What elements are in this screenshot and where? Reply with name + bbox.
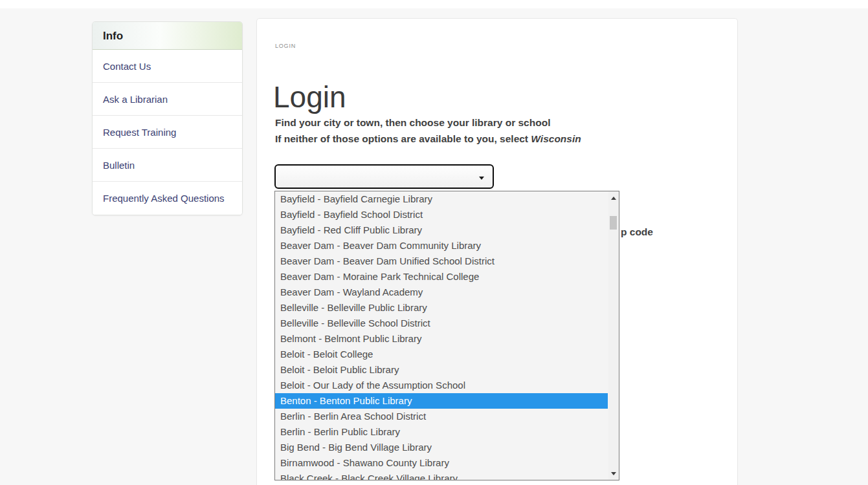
sidebar-items: Contact UsAsk a LibrarianRequest Trainin… [93,50,242,215]
dropdown-option-belleville-belleville-school-district[interactable]: Belleville - Belleville School District [275,316,608,331]
dropdown-option-beaver-dam-beaver-dam-community-library[interactable]: Beaver Dam - Beaver Dam Community Librar… [275,238,608,253]
dropdown-option-beloit-beloit-public-library[interactable]: Beloit - Beloit Public Library [275,362,608,378]
dropdown-option-berlin-berlin-area-school-district[interactable]: Berlin - Berlin Area School District [275,409,608,424]
page-title: Login [273,82,346,112]
dropdown-option-beloit-our-lady-of-the-assumption-school[interactable]: Beloit - Our Lady of the Assumption Scho… [275,378,608,393]
instruction-line-2: If neither of those options are availabl… [275,131,581,147]
zip-code-label-fragment: p code [621,226,653,238]
dropdown-options: Bayfield - Bayfield Carnegie LibraryBayf… [275,191,608,480]
scrollbar-thumb[interactable] [610,216,617,230]
page: Info Contact UsAsk a LibrarianRequest Tr… [0,0,868,485]
dropdown-option-birnamwood-shawano-county-library[interactable]: Birnamwood - Shawano County Library [275,455,608,471]
sidebar-item-bulletin[interactable]: Bulletin [93,149,242,182]
sidebar-item-ask-a-librarian[interactable]: Ask a Librarian [93,83,242,116]
library-select[interactable] [274,164,494,189]
info-sidebar: Info Contact UsAsk a LibrarianRequest Tr… [92,21,243,215]
dropdown-option-benton-benton-public-library[interactable]: Benton - Benton Public Library [275,393,608,409]
sidebar-title: Info [93,22,242,50]
dropdown-option-belleville-belleville-public-library[interactable]: Belleville - Belleville Public Library [275,300,608,316]
dropdown-option-bayfield-red-cliff-public-library[interactable]: Bayfield - Red Cliff Public Library [275,222,608,238]
dropdown-option-bayfield-bayfield-school-district[interactable]: Bayfield - Bayfield School District [275,207,608,222]
dropdown-scrollbar[interactable] [608,191,619,480]
library-dropdown-list: Bayfield - Bayfield Carnegie LibraryBayf… [274,191,619,480]
instruction-emphasis: Wisconsin [531,133,581,144]
dropdown-option-beaver-dam-wayland-academy[interactable]: Beaver Dam - Wayland Academy [275,285,608,300]
dropdown-option-beloit-beloit-college[interactable]: Beloit - Beloit College [275,347,608,362]
scroll-up-icon [611,197,616,200]
dropdown-option-big-bend-big-bend-village-library[interactable]: Big Bend - Big Bend Village Library [275,440,608,455]
dropdown-option-beaver-dam-beaver-dam-unified-school-district[interactable]: Beaver Dam - Beaver Dam Unified School D… [275,253,608,269]
sidebar-item-request-training[interactable]: Request Training [93,116,242,149]
dropdown-option-belmont-belmont-public-library[interactable]: Belmont - Belmont Public Library [275,331,608,347]
sidebar-item-frequently-asked-questions[interactable]: Frequently Asked Questions [93,182,242,215]
dropdown-option-bayfield-bayfield-carnegie-library[interactable]: Bayfield - Bayfield Carnegie Library [275,191,608,207]
scroll-down-icon [611,472,616,475]
scroll-up-button[interactable] [608,193,619,203]
sidebar-item-contact-us[interactable]: Contact Us [93,50,242,83]
instruction-line-1: Find your city or town, then choose your… [275,114,581,131]
dropdown-option-black-creek-black-creek-village-library[interactable]: Black Creek - Black Creek Village Librar… [275,471,608,480]
breadcrumb: LOGIN [275,43,296,49]
dropdown-option-berlin-berlin-public-library[interactable]: Berlin - Berlin Public Library [275,424,608,440]
chevron-down-icon [479,177,484,180]
instructions: Find your city or town, then choose your… [275,114,581,147]
scroll-down-button[interactable] [608,468,619,479]
dropdown-option-beaver-dam-moraine-park-technical-college[interactable]: Beaver Dam - Moraine Park Technical Coll… [275,269,608,285]
